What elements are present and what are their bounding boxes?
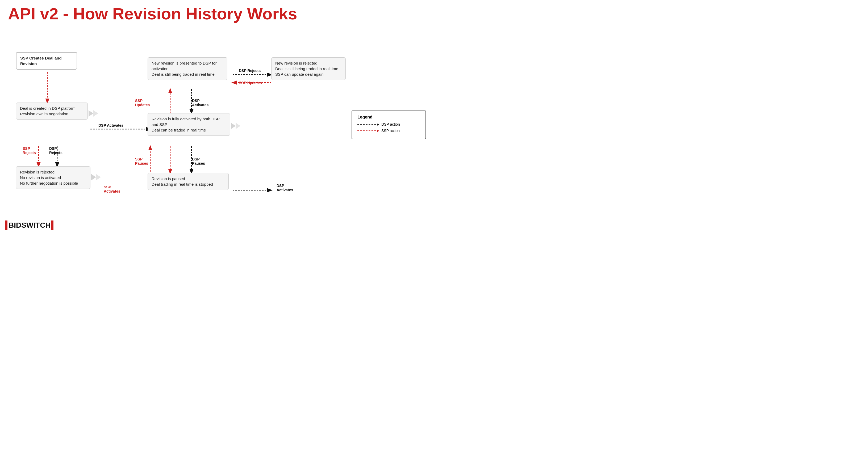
legend-dsp-label: DSP action	[381, 122, 400, 127]
logo-red-bar-right	[51, 221, 54, 230]
logo-switch: SWITCH	[21, 221, 51, 230]
box-revision-paused: Revision is pausedDeal trading in real t…	[148, 173, 229, 190]
label-ssp-pauses: SSPPauses	[135, 157, 148, 166]
legend-ssp-item: SSP action	[358, 129, 420, 133]
label-ssp-updates-2: SSP Updates	[239, 81, 262, 85]
logo-red-bar-left	[5, 221, 7, 230]
label-dsp-pauses: DSPPauses	[192, 157, 205, 166]
page-title: API v2 - How Revision History Works	[0, 0, 434, 26]
logo-bid: BID	[8, 221, 21, 230]
bidswitch-logo: BID SWITCH	[5, 221, 54, 230]
box-new-rejected: New revision is rejectedDeal is still be…	[271, 57, 346, 80]
box-deal-created: Deal is created in DSP platformRevision …	[16, 103, 88, 120]
label-dsp-activates-3: DSPActivates	[277, 183, 293, 192]
box-new-revision: New revision is presented to DSP for act…	[148, 57, 227, 80]
legend-dsp-item: DSP action	[358, 122, 420, 127]
label-dsp-activates-2: DSPActivates	[192, 99, 209, 107]
box-ssp-creates: SSP Creates Deal and Revision	[16, 52, 77, 70]
legend-box: Legend DSP action SSP action	[351, 110, 426, 139]
label-dsp-rejects-1: DSP Rejects	[239, 69, 260, 73]
legend-dsp-line	[358, 124, 379, 125]
box-revision-rejected: Revision is rejectedNo revision is activ…	[16, 166, 90, 189]
legend-ssp-label: SSP action	[381, 129, 400, 133]
legend-ssp-line	[358, 130, 379, 131]
label-ssp-activates: SSPActivates	[104, 185, 120, 193]
label-dsp-activates-1: DSP Activates	[98, 123, 123, 128]
legend-title: Legend	[358, 115, 420, 120]
diagram-area: SSP Creates Deal and Revision Deal is cr…	[0, 26, 434, 233]
label-ssp-updates-1: SSPUpdates	[135, 99, 150, 107]
label-dsp-rejects-2: DSPRejects	[49, 146, 62, 155]
label-ssp-rejects: SSPRejects	[23, 146, 36, 155]
box-fully-activated: Revision is fully activated by both DSP …	[148, 113, 230, 136]
